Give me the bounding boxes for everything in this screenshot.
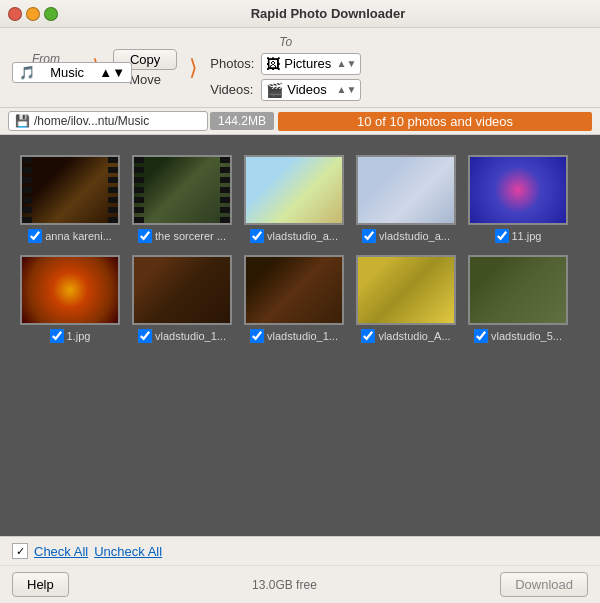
- photos-folder-select[interactable]: 🖼 Pictures ▲▼: [261, 53, 361, 75]
- photo-item[interactable]: 11.jpg: [468, 155, 568, 243]
- photo-checkbox[interactable]: [50, 329, 64, 343]
- photo-checkbox[interactable]: [28, 229, 42, 243]
- videos-folder-icon: 🎬: [266, 82, 283, 98]
- photo-label: anna kareni...: [28, 229, 112, 243]
- status-bar: 💾 /home/ilov...ntu/Music 144.2MB 10 of 1…: [0, 108, 600, 135]
- check-all-row: ✓ Check All Uncheck All: [0, 537, 600, 566]
- videos-folder-select[interactable]: 🎬 Videos ▲▼: [261, 79, 361, 101]
- window-title: Rapid Photo Downloader: [64, 6, 592, 21]
- source-size: 144.2MB: [210, 112, 274, 130]
- maximize-button[interactable]: [44, 7, 58, 21]
- photo-label: 1.jpg: [50, 329, 91, 343]
- photos-folder-name: Pictures: [284, 56, 332, 71]
- photo-checkbox[interactable]: [495, 229, 509, 243]
- check-all-button[interactable]: Check All: [34, 544, 88, 559]
- help-button[interactable]: Help: [12, 572, 69, 597]
- drive-icon: 💾: [15, 114, 30, 128]
- music-icon: 🎵: [19, 65, 35, 80]
- photos-folder-icon: 🖼: [266, 56, 280, 72]
- photo-checkbox[interactable]: [250, 229, 264, 243]
- photo-item[interactable]: vladstudio_1...: [132, 255, 232, 343]
- app-window: From Auto Detect ⟩ Copy Move ⟩ To Photos…: [0, 28, 600, 603]
- photo-item[interactable]: vladstudio_a...: [244, 155, 344, 243]
- photo-checkbox[interactable]: [362, 229, 376, 243]
- window-controls[interactable]: [8, 7, 58, 21]
- toolbar: From Auto Detect ⟩ Copy Move ⟩ To Photos…: [0, 28, 600, 108]
- videos-row: Videos: 🎬 Videos ▲▼: [210, 79, 361, 101]
- action-row: Help 13.0GB free Download: [0, 566, 600, 603]
- photo-label: 11.jpg: [495, 229, 542, 243]
- photo-item[interactable]: vladstudio_A...: [356, 255, 456, 343]
- to-label: To: [210, 35, 361, 49]
- photo-item[interactable]: the sorcerer ...: [132, 155, 232, 243]
- photos-dropdown-arrow: ▲▼: [337, 58, 357, 69]
- from-dropdown-value: Music: [50, 65, 84, 80]
- photo-checkbox[interactable]: [138, 229, 152, 243]
- photo-grid: anna kareni...the sorcerer ...vladstudio…: [10, 145, 590, 353]
- close-button[interactable]: [8, 7, 22, 21]
- photo-count: 10 of 10 photos and videos: [278, 112, 592, 131]
- source-path: 💾 /home/ilov...ntu/Music: [8, 111, 208, 131]
- check-icon: ✓: [12, 543, 28, 559]
- from-dropdown[interactable]: 🎵 Music ▲▼: [12, 62, 132, 83]
- photo-grid-container[interactable]: anna kareni...the sorcerer ...vladstudio…: [0, 135, 600, 536]
- download-button[interactable]: Download: [500, 572, 588, 597]
- photo-checkbox[interactable]: [138, 329, 152, 343]
- photos-row: Photos: 🖼 Pictures ▲▼: [210, 53, 361, 75]
- bottom-bar: ✓ Check All Uncheck All Help 13.0GB free…: [0, 536, 600, 603]
- photo-item[interactable]: anna kareni...: [20, 155, 120, 243]
- titlebar: Rapid Photo Downloader: [0, 0, 600, 28]
- videos-label: Videos:: [210, 82, 255, 97]
- move-label: Move: [129, 72, 161, 87]
- free-space: 13.0GB free: [252, 578, 317, 592]
- videos-folder-name: Videos: [287, 82, 332, 97]
- from-dropdown-container: 🎵 Music ▲▼: [12, 62, 132, 83]
- photo-checkbox[interactable]: [361, 329, 375, 343]
- photo-item[interactable]: vladstudio_1...: [244, 255, 344, 343]
- photo-label: vladstudio_a...: [362, 229, 450, 243]
- photo-label: the sorcerer ...: [138, 229, 226, 243]
- photo-label: vladstudio_5...: [474, 329, 562, 343]
- from-dropdown-arrow: ▲▼: [99, 65, 125, 80]
- uncheck-all-button[interactable]: Uncheck All: [94, 544, 162, 559]
- arrow-right-2: ⟩: [189, 55, 198, 81]
- path-text: /home/ilov...ntu/Music: [34, 114, 149, 128]
- videos-dropdown-arrow: ▲▼: [337, 84, 357, 95]
- photo-label: vladstudio_A...: [361, 329, 450, 343]
- photo-label: vladstudio_1...: [138, 329, 226, 343]
- photo-item[interactable]: vladstudio_a...: [356, 155, 456, 243]
- photo-label: vladstudio_1...: [250, 329, 338, 343]
- minimize-button[interactable]: [26, 7, 40, 21]
- photo-item[interactable]: vladstudio_5...: [468, 255, 568, 343]
- photo-item[interactable]: 1.jpg: [20, 255, 120, 343]
- photos-label: Photos:: [210, 56, 255, 71]
- to-section: To Photos: 🖼 Pictures ▲▼ Videos: 🎬 Video…: [210, 35, 361, 101]
- photo-checkbox[interactable]: [474, 329, 488, 343]
- photo-checkbox[interactable]: [250, 329, 264, 343]
- photo-label: vladstudio_a...: [250, 229, 338, 243]
